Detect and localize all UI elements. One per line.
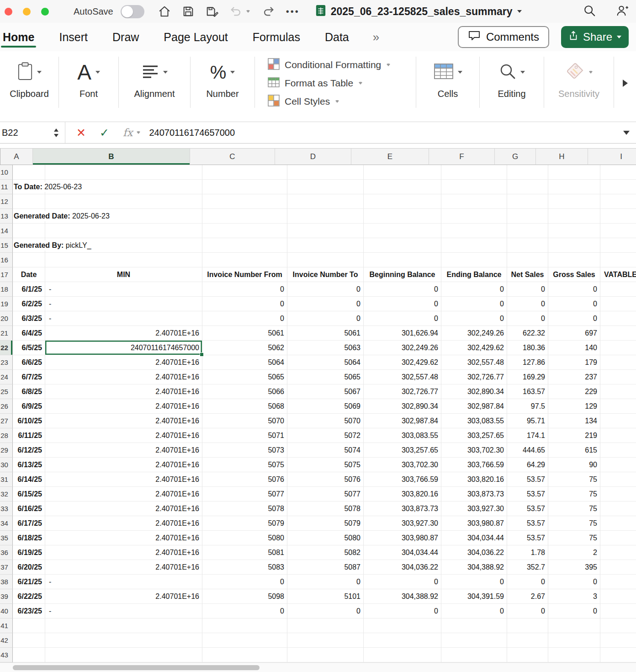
cell-D16[interactable] (287, 253, 364, 267)
cell-H16[interactable] (548, 253, 600, 267)
tab-formulas[interactable]: Formulas (252, 24, 301, 50)
cell-C31[interactable]: 5076 (202, 472, 287, 487)
cell-F25[interactable]: 302,890.34 (441, 384, 507, 399)
cell-C41[interactable] (202, 619, 287, 633)
cell-A26[interactable]: 6/9/25 (13, 399, 45, 414)
cell-E28[interactable]: 303,083.55 (364, 428, 441, 443)
cell-G20[interactable]: 0 (507, 311, 548, 326)
insert-function-icon[interactable]: fx (123, 127, 132, 139)
cell-D17[interactable]: Invoice Number To (287, 267, 364, 282)
cell-A42[interactable] (13, 633, 45, 648)
cell-H36[interactable]: 2 (548, 545, 600, 560)
cell-D27[interactable]: 5070 (287, 414, 364, 428)
cell-H40[interactable]: 0 (548, 604, 600, 619)
cell-B32[interactable]: 2.40701E+16 (45, 487, 202, 501)
cell-G22[interactable]: 180.36 (507, 341, 548, 355)
cell-B18[interactable]: - (45, 282, 202, 297)
undo-icon[interactable] (229, 5, 243, 18)
ribbon-group-clipboard[interactable]: Clipboard (0, 51, 58, 115)
cell-F19[interactable]: 0 (441, 297, 507, 311)
redo-icon[interactable] (261, 5, 275, 18)
cell-G41[interactable] (507, 619, 548, 633)
cell-H27[interactable]: 134 (548, 414, 600, 428)
search-icon[interactable] (583, 4, 596, 19)
cell-A25[interactable]: 6/8/25 (13, 384, 45, 399)
column-header-G[interactable]: G (495, 149, 536, 165)
cell-C17[interactable]: Invoice Number From (202, 267, 287, 282)
row-header-39[interactable]: 39 (0, 589, 13, 604)
cell-I20[interactable] (600, 311, 636, 326)
cell-E29[interactable]: 303,257.65 (364, 443, 441, 458)
cell-G39[interactable]: 2.67 (507, 589, 548, 604)
cell-F37[interactable]: 304,388.92 (441, 560, 507, 575)
cell-F31[interactable]: 303,820.16 (441, 472, 507, 487)
cell-G37[interactable]: 352.7 (507, 560, 548, 575)
cell-H11[interactable] (548, 180, 600, 194)
cell-I17[interactable]: VATABLE (600, 267, 636, 282)
cell-I19[interactable] (600, 297, 636, 311)
cell-H31[interactable]: 75 (548, 472, 600, 487)
cell-A11[interactable]: To Date: 2025-06-23 (13, 180, 45, 194)
column-header-F[interactable]: F (429, 149, 495, 165)
cell-I24[interactable] (600, 370, 636, 384)
row-header-24[interactable]: 24 (0, 370, 13, 384)
cell-A24[interactable]: 6/7/25 (13, 370, 45, 384)
cell-F34[interactable]: 303,980.87 (441, 516, 507, 531)
cell-E25[interactable]: 302,726.77 (364, 384, 441, 399)
row-header-12[interactable]: 12 (0, 194, 13, 209)
cell-E34[interactable]: 303,927.30 (364, 516, 441, 531)
cell-H12[interactable] (548, 194, 600, 209)
cell-F11[interactable] (441, 180, 507, 194)
number-chevron-icon[interactable] (230, 71, 235, 74)
save-icon[interactable] (182, 5, 195, 18)
cell-E24[interactable]: 302,557.48 (364, 370, 441, 384)
ribbon-group-font[interactable]: A Font (59, 51, 118, 115)
column-header-B[interactable]: B (33, 149, 190, 165)
cell-G36[interactable]: 1.78 (507, 545, 548, 560)
cell-F26[interactable]: 302,987.84 (441, 399, 507, 414)
cell-I35[interactable] (600, 531, 636, 545)
cell-I32[interactable] (600, 487, 636, 501)
cell-G32[interactable]: 53.57 (507, 487, 548, 501)
cell-I13[interactable] (600, 209, 636, 224)
cell-D13[interactable] (287, 209, 364, 224)
title-menu-chevron-icon[interactable] (517, 10, 522, 13)
cell-C34[interactable]: 5079 (202, 516, 287, 531)
cell-I39[interactable] (600, 589, 636, 604)
autosave-toggle[interactable] (121, 5, 144, 18)
cell-H30[interactable]: 90 (548, 458, 600, 472)
cell-A32[interactable]: 6/15/25 (13, 487, 45, 501)
ribbon-expand-icon[interactable] (623, 80, 628, 87)
cell-E23[interactable]: 302,429.62 (364, 355, 441, 370)
cell-D14[interactable] (287, 224, 364, 238)
row-header-26[interactable]: 26 (0, 399, 13, 414)
cell-C26[interactable]: 5068 (202, 399, 287, 414)
row-header-11[interactable]: 11 (0, 180, 13, 194)
row-header-30[interactable]: 30 (0, 458, 13, 472)
cell-D43[interactable] (287, 648, 364, 662)
cell-G33[interactable]: 53.57 (507, 501, 548, 516)
cell-I11[interactable] (600, 180, 636, 194)
cell-D32[interactable]: 5077 (287, 487, 364, 501)
cell-E13[interactable] (364, 209, 441, 224)
cell-D37[interactable]: 5087 (287, 560, 364, 575)
cell-E15[interactable] (364, 238, 441, 253)
save-as-icon[interactable] (206, 5, 218, 18)
cell-B28[interactable]: 2.40701E+16 (45, 428, 202, 443)
cell-H32[interactable]: 75 (548, 487, 600, 501)
name-box-stepper[interactable] (54, 128, 58, 137)
cell-G15[interactable] (507, 238, 548, 253)
cell-C38[interactable]: 0 (202, 575, 287, 589)
cell-I26[interactable] (600, 399, 636, 414)
tab-data[interactable]: Data (324, 24, 350, 50)
cell-H39[interactable]: 3 (548, 589, 600, 604)
cell-H14[interactable] (548, 224, 600, 238)
cell-A21[interactable]: 6/4/25 (13, 326, 45, 341)
stepper-up-icon[interactable] (54, 128, 58, 132)
cell-B34[interactable]: 2.40701E+16 (45, 516, 202, 531)
cell-D29[interactable]: 5074 (287, 443, 364, 458)
row-header-41[interactable]: 41 (0, 619, 13, 633)
row-header-31[interactable]: 31 (0, 472, 13, 487)
cell-C39[interactable]: 5098 (202, 589, 287, 604)
formula-bar-expand-icon[interactable] (623, 131, 630, 135)
